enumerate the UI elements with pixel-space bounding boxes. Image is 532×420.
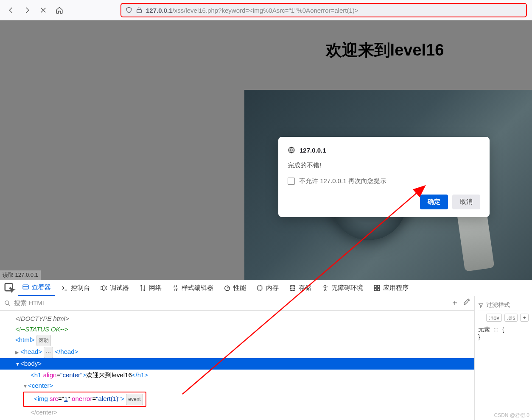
svg-point-4: [102, 286, 105, 290]
add-rule[interactable]: +: [520, 314, 529, 322]
svg-rect-0: [137, 10, 142, 13]
style-rule[interactable]: 元素 ::: { }: [478, 324, 529, 340]
browser-toolbar: 127.0.0.1/xss/level16.php?keyword=<img%0…: [0, 0, 532, 20]
devtools-tabs: 查看器 控制台 调试器 网络 样式编辑器 性能 内存 存储 无障碍环境 应用程序: [0, 280, 532, 296]
tab-performance[interactable]: 性能: [219, 281, 250, 295]
tab-debugger[interactable]: 调试器: [96, 281, 133, 295]
status-text: 读取 127.0.0.1: [0, 270, 41, 280]
svg-rect-12: [378, 289, 380, 291]
tab-accessibility[interactable]: 无障碍环境: [317, 281, 367, 295]
alert-checkbox-label: 不允许 127.0.0.1 再次向您提示: [299, 177, 386, 185]
styles-filter[interactable]: 过滤样式: [478, 300, 529, 311]
html-source[interactable]: <!DOCTYPE html> <!--STATUS OK--> <html> …: [0, 311, 474, 420]
tab-storage[interactable]: 存储: [285, 281, 316, 295]
filter-icon: [478, 303, 484, 308]
alert-message: 完成的不错!: [288, 161, 480, 170]
devtools-panel: 查看器 控制台 调试器 网络 样式编辑器 性能 内存 存储 无障碍环境 应用程序…: [0, 280, 532, 420]
watermark: CSDN @君衍.0: [494, 412, 529, 419]
hov-toggle[interactable]: :hov: [486, 314, 502, 322]
alert-checkbox-row[interactable]: 不允许 127.0.0.1 再次向您提示: [288, 177, 480, 185]
tab-apps[interactable]: 应用程序: [369, 281, 413, 295]
dom-search[interactable]: 搜索 HTML +: [0, 296, 474, 311]
ok-button[interactable]: 确定: [420, 195, 448, 209]
svg-rect-9: [374, 285, 376, 287]
svg-point-5: [225, 286, 230, 291]
element-picker-icon[interactable]: [3, 282, 16, 295]
search-icon: [4, 300, 11, 306]
page-title: 欢迎来到level16: [238, 39, 532, 61]
address-bar[interactable]: 127.0.0.1/xss/level16.php?keyword=<img%0…: [120, 3, 527, 17]
cancel-button[interactable]: 取消: [452, 195, 480, 209]
svg-rect-11: [374, 289, 376, 291]
shield-icon: [126, 7, 132, 14]
dom-tree: 搜索 HTML + <!DOCTYPE html> <!--STATUS OK-…: [0, 296, 475, 420]
eyedropper-icon[interactable]: [463, 298, 470, 305]
svg-point-7: [290, 285, 295, 287]
page-viewport: 欢迎来到level16 读取 127.0.0.1 127.0.0.1 完成的不错…: [0, 20, 532, 280]
alert-dialog: 127.0.0.1 完成的不错! 不允许 127.0.0.1 再次向您提示 确定…: [278, 137, 490, 217]
back-button[interactable]: [5, 4, 17, 16]
svg-rect-10: [378, 285, 380, 287]
globe-icon: [288, 146, 295, 154]
svg-point-8: [325, 285, 326, 286]
home-button[interactable]: [53, 4, 65, 16]
search-placeholder: 搜索 HTML: [14, 299, 46, 307]
forward-button[interactable]: [21, 4, 33, 16]
add-icon[interactable]: +: [452, 298, 457, 308]
tab-console[interactable]: 控制台: [57, 281, 94, 295]
styles-panel: 过滤样式 :hov .cls + 元素 ::: { }: [475, 296, 532, 420]
tab-inspector[interactable]: 查看器: [18, 280, 55, 296]
tab-style[interactable]: 样式编辑器: [168, 281, 218, 295]
svg-rect-6: [258, 286, 262, 290]
alert-origin: 127.0.0.1: [288, 146, 480, 154]
checkbox-icon[interactable]: [288, 178, 295, 185]
tab-network[interactable]: 网络: [135, 281, 166, 295]
url-text: 127.0.0.1/xss/level16.php?keyword=<img%0…: [146, 7, 358, 14]
selected-node: ▼<body>: [0, 358, 474, 370]
stop-button[interactable]: [37, 4, 49, 16]
svg-rect-3: [23, 285, 28, 289]
tab-memory[interactable]: 内存: [252, 281, 283, 295]
svg-point-13: [5, 301, 9, 305]
lock-icon: [136, 7, 143, 14]
cls-toggle[interactable]: .cls: [504, 314, 518, 322]
